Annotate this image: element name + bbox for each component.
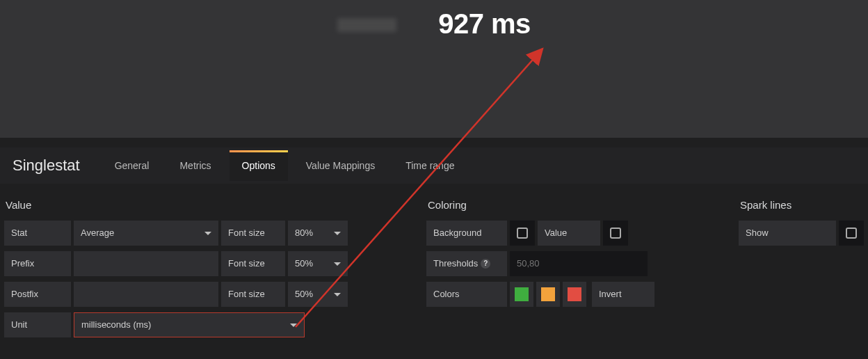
label-font-size-prefix: Font size — [221, 251, 285, 276]
color-swatch-1[interactable] — [510, 282, 533, 307]
section-coloring: Coloring Background Value Thresholds ? C… — [426, 199, 701, 359]
checkbox-sparklines-show[interactable] — [839, 221, 864, 246]
tab-time-range[interactable]: Time range — [393, 150, 467, 181]
options-body: Value Stat Average Font size 80% Prefix … — [0, 199, 868, 359]
checkbox-background[interactable] — [510, 221, 535, 246]
row-thresholds: Thresholds ? — [426, 251, 701, 276]
select-stat[interactable]: Average — [74, 221, 218, 246]
section-sparklines: Spark lines Show — [739, 199, 864, 359]
chevron-down-icon — [204, 232, 211, 235]
label-background: Background — [426, 221, 507, 246]
label-stat: Stat — [4, 221, 71, 246]
panel-title-placeholder — [337, 18, 396, 32]
label-thresholds-text: Thresholds — [433, 251, 478, 276]
label-font-size-postfix: Font size — [221, 282, 285, 307]
row-sparklines-show: Show — [739, 221, 864, 246]
tab-value-mappings[interactable]: Value Mappings — [294, 150, 387, 181]
chevron-down-icon — [290, 324, 297, 327]
row-stat: Stat Average Font size 80% — [4, 221, 389, 246]
color-green — [515, 287, 529, 301]
tab-options[interactable]: Options — [230, 150, 288, 181]
label-prefix: Prefix — [4, 251, 71, 276]
select-font-size-prefix[interactable]: 50% — [288, 251, 348, 276]
help-icon[interactable]: ? — [481, 259, 490, 269]
checkbox-value-color[interactable] — [603, 221, 628, 246]
stat-value-display: 927 ms — [438, 8, 531, 40]
row-prefix: Prefix Font size 50% — [4, 251, 389, 276]
section-coloring-title: Coloring — [428, 199, 701, 211]
color-orange — [541, 287, 555, 301]
label-sparklines-show: Show — [739, 221, 836, 246]
select-font-size-stat-value: 80% — [295, 221, 313, 246]
color-swatch-2[interactable] — [536, 282, 560, 307]
row-postfix: Postfix Font size 50% — [4, 282, 389, 307]
editor-header: Singlestat General Metrics Options Value… — [0, 147, 868, 184]
label-postfix: Postfix — [4, 282, 71, 307]
select-font-size-prefix-value: 50% — [295, 251, 313, 276]
panel-type-title: Singlestat — [13, 157, 80, 175]
tab-metrics[interactable]: Metrics — [167, 150, 223, 181]
label-font-size-stat: Font size — [221, 221, 285, 246]
label-unit: Unit — [4, 312, 71, 337]
select-font-size-postfix-value: 50% — [295, 282, 313, 307]
color-red — [568, 287, 581, 301]
input-thresholds[interactable] — [510, 251, 648, 276]
chevron-down-icon — [334, 232, 341, 235]
chevron-down-icon — [334, 293, 341, 296]
select-unit[interactable]: milliseconds (ms) — [74, 312, 305, 337]
section-value: Value Stat Average Font size 80% Prefix … — [4, 199, 389, 359]
row-unit: Unit milliseconds (ms) — [4, 312, 389, 337]
label-thresholds: Thresholds ? — [426, 251, 507, 276]
invert-button[interactable]: Invert — [592, 282, 654, 307]
select-font-size-stat[interactable]: 80% — [288, 221, 348, 246]
label-value-color: Value — [538, 221, 600, 246]
row-coloring-toggles: Background Value — [426, 221, 701, 246]
select-stat-value: Average — [81, 221, 114, 246]
row-colors: Colors Invert — [426, 282, 701, 307]
section-sparklines-title: Spark lines — [740, 199, 864, 211]
input-prefix[interactable] — [74, 251, 218, 276]
chevron-down-icon — [334, 262, 341, 266]
input-postfix[interactable] — [74, 282, 218, 307]
select-unit-value: milliseconds (ms) — [81, 312, 151, 337]
tab-general[interactable]: General — [102, 150, 162, 181]
singlestat-preview-panel: 927 ms — [0, 0, 868, 138]
section-value-title: Value — [6, 199, 389, 211]
label-colors: Colors — [426, 282, 507, 307]
select-font-size-postfix[interactable]: 50% — [288, 282, 348, 307]
color-swatch-3[interactable] — [563, 282, 586, 307]
